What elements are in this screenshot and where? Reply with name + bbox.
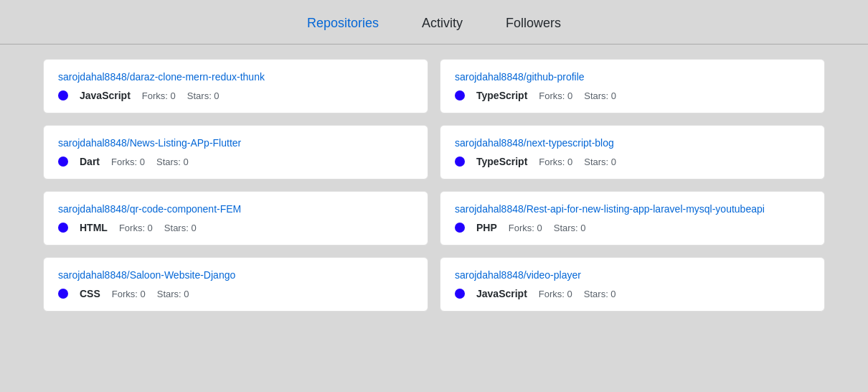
forks-count: Forks: 0 bbox=[539, 289, 572, 299]
repo-meta: TypeScriptForks: 0Stars: 0 bbox=[455, 156, 810, 167]
language-name: Dart bbox=[80, 156, 100, 167]
repo-meta: JavaScriptForks: 0Stars: 0 bbox=[58, 90, 413, 101]
repo-card: sarojdahal8848/daraz-clone-mern-redux-th… bbox=[43, 59, 428, 113]
repo-link[interactable]: sarojdahal8848/video-player bbox=[455, 269, 810, 281]
language-dot-icon bbox=[455, 157, 465, 167]
repo-card: sarojdahal8848/qr-code-component-FEMHTML… bbox=[43, 191, 428, 246]
forks-count: Forks: 0 bbox=[112, 289, 146, 299]
forks-count: Forks: 0 bbox=[539, 90, 572, 101]
stars-count: Stars: 0 bbox=[584, 289, 616, 299]
language-name: CSS bbox=[80, 288, 100, 299]
repo-meta: JavaScriptForks: 0Stars: 0 bbox=[455, 288, 810, 299]
repo-meta: PHPForks: 0Stars: 0 bbox=[455, 222, 810, 233]
forks-count: Forks: 0 bbox=[111, 157, 145, 167]
repo-card: sarojdahal8848/video-playerJavaScriptFor… bbox=[440, 257, 825, 312]
forks-count: Forks: 0 bbox=[142, 90, 176, 101]
language-name: TypeScript bbox=[476, 90, 527, 101]
stars-count: Stars: 0 bbox=[156, 157, 189, 167]
repo-meta: DartForks: 0Stars: 0 bbox=[58, 156, 413, 167]
language-name: PHP bbox=[476, 222, 497, 233]
forks-count: Forks: 0 bbox=[119, 223, 153, 233]
repo-meta: TypeScriptForks: 0Stars: 0 bbox=[455, 90, 810, 101]
repo-link[interactable]: sarojdahal8848/News-Listing-APp-Flutter bbox=[58, 137, 413, 149]
tab-followers[interactable]: Followers bbox=[506, 13, 561, 34]
forks-count: Forks: 0 bbox=[539, 157, 572, 167]
language-dot-icon bbox=[455, 90, 465, 101]
tab-activity[interactable]: Activity bbox=[422, 13, 463, 34]
language-dot-icon bbox=[58, 289, 68, 299]
stars-count: Stars: 0 bbox=[584, 90, 616, 101]
repo-link[interactable]: sarojdahal8848/next-typescript-blog bbox=[455, 137, 810, 149]
repo-meta: HTMLForks: 0Stars: 0 bbox=[58, 222, 413, 233]
repo-card: sarojdahal8848/github-profileTypeScriptF… bbox=[440, 59, 825, 113]
language-dot-icon bbox=[58, 157, 68, 167]
stars-count: Stars: 0 bbox=[554, 223, 586, 233]
tab-repositories[interactable]: Repositories bbox=[307, 13, 379, 34]
repo-link[interactable]: sarojdahal8848/github-profile bbox=[455, 71, 810, 83]
stars-count: Stars: 0 bbox=[164, 223, 197, 233]
repo-card: sarojdahal8848/next-typescript-blogTypeS… bbox=[440, 125, 825, 179]
repo-card: sarojdahal8848/News-Listing-APp-FlutterD… bbox=[43, 125, 428, 179]
forks-count: Forks: 0 bbox=[509, 223, 542, 233]
repo-card: sarojdahal8848/Saloon-Website-DjangoCSSF… bbox=[43, 257, 428, 312]
language-name: JavaScript bbox=[476, 288, 527, 299]
language-dot-icon bbox=[58, 223, 68, 233]
stars-count: Stars: 0 bbox=[187, 90, 220, 101]
repo-card: sarojdahal8848/Rest-api-for-new-listing-… bbox=[440, 191, 825, 246]
repo-link[interactable]: sarojdahal8848/Rest-api-for-new-listing-… bbox=[455, 203, 810, 215]
repos-grid: sarojdahal8848/daraz-clone-mern-redux-th… bbox=[0, 45, 868, 326]
repo-meta: CSSForks: 0Stars: 0 bbox=[58, 288, 413, 299]
language-dot-icon bbox=[455, 223, 465, 233]
language-name: JavaScript bbox=[80, 90, 131, 101]
repo-link[interactable]: sarojdahal8848/Saloon-Website-Django bbox=[58, 269, 413, 281]
language-dot-icon bbox=[58, 90, 68, 101]
nav-tabs: RepositoriesActivityFollowers bbox=[0, 0, 868, 45]
language-dot-icon bbox=[455, 289, 465, 299]
language-name: HTML bbox=[80, 222, 108, 233]
repo-link[interactable]: sarojdahal8848/daraz-clone-mern-redux-th… bbox=[58, 71, 413, 83]
stars-count: Stars: 0 bbox=[157, 289, 189, 299]
language-name: TypeScript bbox=[476, 156, 527, 167]
repo-link[interactable]: sarojdahal8848/qr-code-component-FEM bbox=[58, 203, 413, 215]
stars-count: Stars: 0 bbox=[584, 157, 616, 167]
